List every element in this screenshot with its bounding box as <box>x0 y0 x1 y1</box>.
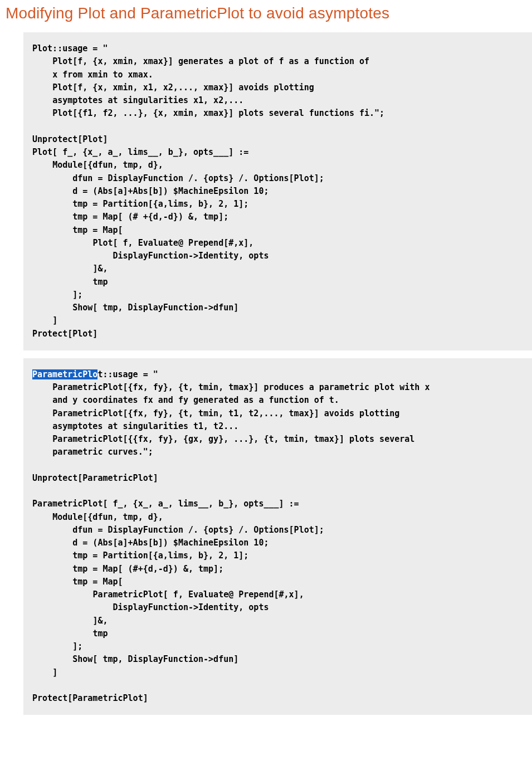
code-text: t::usage = " ParametricPlot[{fx, fy}, {t… <box>32 369 429 703</box>
code-block-plot: Plot::usage = " Plot[f, {x, xmin, xmax}]… <box>23 32 532 350</box>
page-title: Modifying Plot and ParametricPlot to avo… <box>0 0 532 32</box>
selection-highlight: ParametricPlo <box>32 369 97 379</box>
code-block-parametricplot: ParametricPlot::usage = " ParametricPlot… <box>23 358 532 715</box>
